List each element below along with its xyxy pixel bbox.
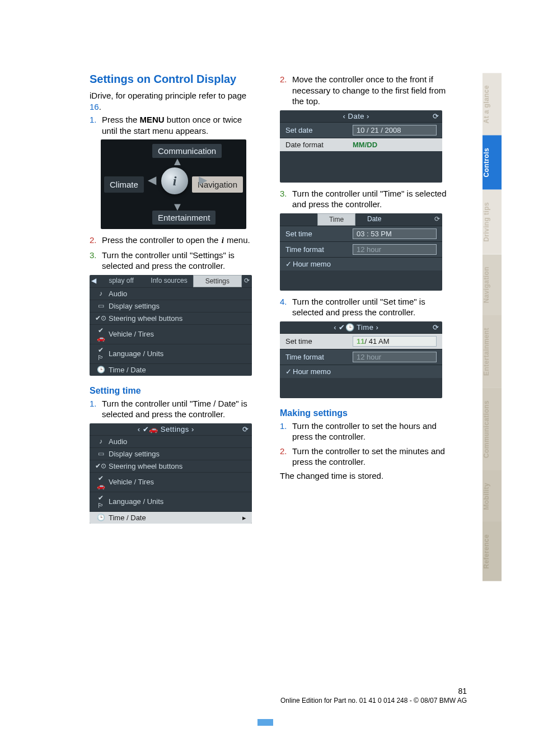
menu-word: MENU xyxy=(140,115,165,124)
time-format-label2: Time format xyxy=(285,353,353,361)
lang-icon: ✔🏳 xyxy=(95,346,106,362)
item-vehicle2: Vehicle / Tires xyxy=(109,478,154,486)
start-menu-entertainment: Entertainment xyxy=(152,211,216,225)
date-header: Date xyxy=(348,112,364,120)
screenshot-settings-tabs: ◀ splay off Info sources Settings ⟳ ♪Aud… xyxy=(90,275,257,376)
tab-communications[interactable]: Communications xyxy=(483,388,502,470)
making-step-2: 2. Turn the controller to set the minute… xyxy=(280,446,448,468)
item-audio: Audio xyxy=(109,290,127,298)
section-title: Settings on Control Display xyxy=(90,73,257,86)
set-time-value: 03 : 53 PM xyxy=(353,228,437,239)
set-time-label2: Set time xyxy=(285,337,353,346)
display-icon: ▭ xyxy=(95,302,106,310)
set-date-value: 10 / 21 / 2008 xyxy=(353,125,437,136)
making-settings-head: Making settings xyxy=(280,408,448,418)
tab-controls[interactable]: Controls xyxy=(483,136,502,190)
page-marker xyxy=(257,719,273,726)
screenshot-start-menu: Communication Entertainment Climate Navi… xyxy=(90,139,257,229)
hour-memo-label: Hour memo xyxy=(293,260,331,268)
making-step-1: 1. Turn the controller to set the hours … xyxy=(280,421,448,442)
left-step-3: 3. Turn the controller until "Settings" … xyxy=(90,250,257,272)
start-menu-climate: Climate xyxy=(104,176,144,193)
arrow-down-icon: ▼ xyxy=(172,200,183,213)
rstep2: Move the controller once to the front if… xyxy=(292,74,448,107)
tab-mobility[interactable]: Mobility xyxy=(483,470,502,522)
left-step-2: 2. Press the controller to open the i me… xyxy=(90,235,257,246)
lang-icon: ✔🏳 xyxy=(95,494,106,510)
side-tabs: At a glance Controls Driving tips Naviga… xyxy=(483,73,502,581)
making-outcome: The changed time is stored. xyxy=(280,471,448,480)
rstep4: Turn the controller until "Set time" is … xyxy=(292,296,448,318)
left-step-1: 1. Press the MENU button once or twice u… xyxy=(90,114,257,136)
right-step-2: 2. Move the controller once to the front… xyxy=(280,74,448,107)
step-num: 3. xyxy=(280,188,292,210)
item-vehicle: Vehicle / Tires xyxy=(109,330,154,338)
time-format-value2: 12 hour xyxy=(353,352,437,362)
item-steering: Steering wheel buttons xyxy=(109,314,182,323)
date-format-label: Date format xyxy=(285,141,353,149)
right-step-4: 4. Turn the controller until "Set time" … xyxy=(280,296,448,318)
set-date-label: Set date xyxy=(285,126,353,134)
audio-icon: ♪ xyxy=(95,290,106,297)
page-number: 81 xyxy=(0,687,467,696)
intro-after: . xyxy=(99,102,101,111)
item-display2: Display settings xyxy=(109,450,160,458)
time-header: Time xyxy=(357,323,373,332)
step-num: 1. xyxy=(90,398,102,420)
start-menu-communication: Communication xyxy=(152,144,222,158)
tab-at-a-glance[interactable]: At a glance xyxy=(483,73,502,136)
intro-before: iDrive, for operating principle refer to… xyxy=(90,91,246,100)
screenshot-date: ‹ Date › ⟳ Set date 10 / 21 / 2008 Date … xyxy=(280,110,448,183)
step-num: 2. xyxy=(280,446,292,468)
tab-time: Time xyxy=(317,213,356,226)
time-format-value: 12 hour xyxy=(353,244,437,255)
step-num: 2. xyxy=(90,235,102,246)
item-display: Display settings xyxy=(109,302,160,310)
rstep3: Turn the controller until "Time" is sele… xyxy=(292,188,448,210)
step-num: 4. xyxy=(280,296,292,318)
tab-driving-tips[interactable]: Driving tips xyxy=(483,190,502,254)
tab-reference[interactable]: Reference xyxy=(483,522,502,581)
settime-step1: Turn the controller until "Time / Date" … xyxy=(102,398,257,420)
step1a: Press the xyxy=(102,115,140,124)
tab-splay-off: splay off xyxy=(97,275,145,287)
tab-navigation[interactable]: Navigation xyxy=(483,254,502,315)
item-lang: Language / Units xyxy=(109,349,163,358)
tab-entertainment[interactable]: Entertainment xyxy=(483,315,502,388)
arrow-up-icon: ▲ xyxy=(172,155,183,168)
step-num: 3. xyxy=(90,250,102,272)
intro-line: iDrive, for operating principle refer to… xyxy=(90,90,257,112)
item-time: Time / Date xyxy=(109,366,146,374)
step-num: 1. xyxy=(90,114,102,136)
audio-icon: ♪ xyxy=(95,437,106,445)
item-audio2: Audio xyxy=(109,437,127,446)
item-time2: Time / Date xyxy=(109,514,146,522)
time-format-label: Time format xyxy=(285,245,353,254)
step2b: menu. xyxy=(224,235,250,245)
clock-icon: 🕒 xyxy=(95,366,106,374)
footer-line: Online Edition for Part no. 01 41 0 014 … xyxy=(280,697,467,704)
vehicle-icon: ✔🚗 xyxy=(95,326,106,342)
screenshot-set-time: ‹ ✔🕒 Time › ⟳ Set time 11/ 41 AM Time fo… xyxy=(280,321,448,398)
display-icon: ▭ xyxy=(95,450,106,458)
arrow-left-icon: ◀ xyxy=(148,173,156,186)
i-menu-icon: i xyxy=(161,167,188,194)
clock-icon: 🕒 xyxy=(95,514,106,521)
making-s1: Turn the controller to set the hours and… xyxy=(292,421,448,442)
step-num: 2. xyxy=(280,74,292,107)
making-s2: Turn the controller to set the minutes a… xyxy=(292,446,448,468)
page-link-16[interactable]: 16 xyxy=(90,102,99,111)
step-num: 1. xyxy=(280,421,292,442)
settings-header: Settings xyxy=(161,425,189,433)
item-steering2: Steering wheel buttons xyxy=(109,462,182,470)
tab-date: Date xyxy=(355,213,393,226)
set-time-value2: 11/ 41 AM xyxy=(353,336,437,347)
set-time-hour: 11 xyxy=(357,337,364,346)
item-lang2: Language / Units xyxy=(109,497,163,506)
set-time-label: Set time xyxy=(285,230,353,238)
hour-memo-label2: Hour memo xyxy=(293,367,331,376)
tab-info-sources: Info sources xyxy=(145,275,193,287)
step2a: Press the controller to open the xyxy=(102,235,221,245)
arrow-right-icon: ▶ xyxy=(199,173,207,186)
date-format-value: MM/DD xyxy=(353,141,437,149)
